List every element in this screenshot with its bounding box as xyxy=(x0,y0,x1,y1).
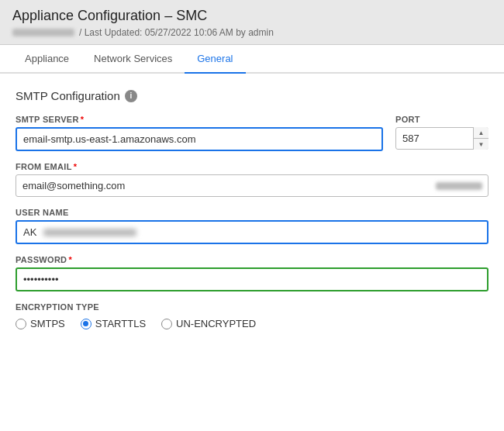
from-email-row: FROM EMAIL* xyxy=(16,162,488,197)
port-label: PORT xyxy=(395,115,488,124)
encryption-type-label: ENCRYPTION TYPE xyxy=(16,302,488,312)
radio-unencrypted-circle xyxy=(161,319,172,329)
port-decrement[interactable]: ▼ xyxy=(474,139,488,150)
radio-smtps-label: SMTPS xyxy=(30,318,65,329)
password-input[interactable] xyxy=(16,267,488,291)
from-email-required-star: * xyxy=(74,162,78,171)
password-group: PASSWORD* xyxy=(16,255,488,291)
header-blur xyxy=(12,29,74,36)
user-name-group: USER NAME xyxy=(16,208,488,244)
smtp-server-row: SMTP SERVER* PORT ▲ ▼ xyxy=(16,115,488,151)
radio-smtps-circle xyxy=(16,319,26,329)
smtp-required-star: * xyxy=(81,115,85,124)
radio-group: SMTPS STARTTLS UN-ENCRYPTED xyxy=(16,318,488,329)
from-email-group: FROM EMAIL* xyxy=(16,162,488,197)
tab-general[interactable]: General xyxy=(185,45,245,74)
encryption-type-group: ENCRYPTION TYPE SMTPS STARTTLS UN-ENCRYP… xyxy=(16,302,488,329)
radio-smtps[interactable]: SMTPS xyxy=(16,318,65,329)
header: Appliance Configuration – SMC / Last Upd… xyxy=(0,0,504,45)
page-title: Appliance Configuration – SMC xyxy=(12,8,492,24)
password-label: PASSWORD* xyxy=(16,255,488,264)
last-updated-text: / Last Updated: 05/27/2022 10:06 AM by a… xyxy=(79,27,274,38)
smtp-server-input[interactable] xyxy=(16,127,383,151)
encryption-type-row: ENCRYPTION TYPE SMTPS STARTTLS UN-ENCRYP… xyxy=(16,302,488,329)
from-email-wrapper xyxy=(16,174,488,197)
header-meta: / Last Updated: 05/27/2022 10:06 AM by a… xyxy=(12,27,492,38)
radio-unencrypted[interactable]: UN-ENCRYPTED xyxy=(161,318,256,329)
password-required-star: * xyxy=(68,255,72,264)
from-email-blur xyxy=(436,182,482,190)
radio-unencrypted-label: UN-ENCRYPTED xyxy=(176,318,256,329)
port-increment[interactable]: ▲ xyxy=(474,127,488,139)
port-group: PORT ▲ ▼ xyxy=(395,115,488,150)
section-title: SMTP Configuration i xyxy=(16,89,488,102)
user-name-wrapper xyxy=(16,220,488,244)
main-content: SMTP Configuration i SMTP SERVER* PORT ▲… xyxy=(0,74,504,356)
port-spinner: ▲ ▼ xyxy=(473,127,488,150)
tab-network-services[interactable]: Network Services xyxy=(81,45,185,74)
radio-starttls-circle xyxy=(81,319,91,329)
info-icon[interactable]: i xyxy=(125,90,137,102)
password-row: PASSWORD* xyxy=(16,255,488,291)
from-email-input[interactable] xyxy=(16,174,488,197)
smtp-server-group: SMTP SERVER* xyxy=(16,115,383,151)
port-wrapper: ▲ ▼ xyxy=(395,127,488,150)
user-name-row: USER NAME xyxy=(16,208,488,244)
smtp-server-label: SMTP SERVER* xyxy=(16,115,383,124)
user-name-label: USER NAME xyxy=(16,208,488,217)
from-email-label: FROM EMAIL* xyxy=(16,162,488,171)
username-blur xyxy=(43,229,136,236)
radio-starttls-label: STARTTLS xyxy=(95,318,146,329)
tab-appliance[interactable]: Appliance xyxy=(12,45,81,74)
tab-bar: Appliance Network Services General xyxy=(0,45,504,74)
radio-starttls[interactable]: STARTTLS xyxy=(81,318,146,329)
